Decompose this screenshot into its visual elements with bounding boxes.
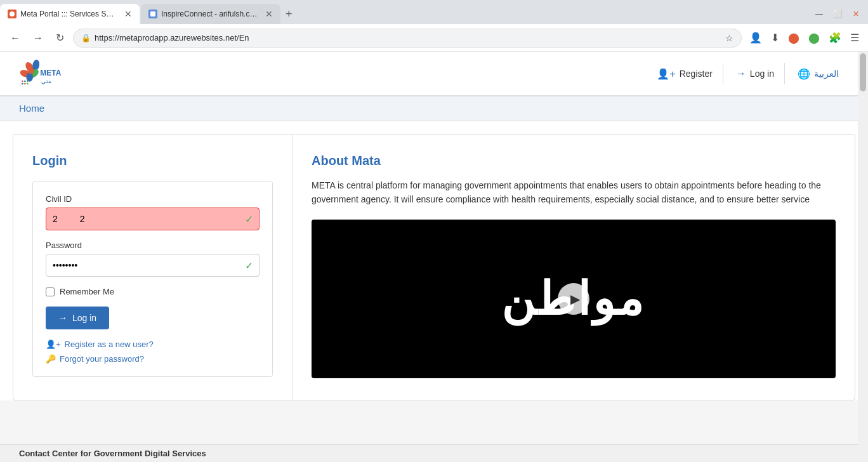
new-tab-button[interactable]: + — [280, 8, 298, 21]
main-card: Login Civil ID ✓ Password ✓ — [13, 134, 855, 400]
login-links: 👤+ Register as a new user? 🔑 Forgot your… — [46, 340, 260, 364]
tab-1-close[interactable]: ✕ — [124, 9, 132, 19]
tab-2-favicon — [148, 10, 157, 18]
footer-strip: Contact Center for Government Digital Se… — [0, 444, 868, 462]
register-button[interactable]: 👤+ Register — [647, 63, 723, 85]
svg-text:META: META — [40, 69, 61, 77]
website-page: META متي 👤+ Register → Log in 🌐 العربية … — [0, 52, 868, 400]
meta-logo: META متي — [19, 58, 70, 89]
tab-bar: Meta Portal ::: Services Search ✕ Inspir… — [0, 0, 868, 24]
register-icon: 👤+ — [657, 68, 675, 80]
key-icon: 🔑 — [46, 354, 56, 364]
civil-id-group: Civil ID ✓ — [46, 194, 260, 230]
scrollbar-thumb[interactable] — [860, 53, 866, 91]
login-title: Login — [32, 154, 273, 168]
login-box: Civil ID ✓ Password ✓ — [32, 181, 273, 377]
register-link[interactable]: 👤+ Register as a new user? — [46, 340, 260, 349]
about-description: META is central platform for managing go… — [312, 178, 836, 207]
opera-icon[interactable]: ⬤ — [786, 29, 802, 46]
breadcrumb: Home — [0, 96, 868, 121]
forgot-password-link[interactable]: 🔑 Forgot your password? — [46, 354, 260, 364]
tab-1-active[interactable]: Meta Portal ::: Services Search ✕ — [0, 4, 140, 24]
register-label: Register — [680, 69, 713, 79]
refresh-button[interactable]: ↻ — [52, 29, 68, 46]
about-title: About Mata — [312, 154, 836, 168]
browser-controls: ← → ↻ 🔒 https://metaprodapp.azurewebsite… — [0, 24, 868, 52]
scrollbar[interactable] — [858, 52, 868, 462]
about-section: About Mata META is central platform for … — [293, 135, 855, 400]
svg-point-13 — [27, 83, 29, 85]
logo-area: META متي — [19, 58, 70, 89]
globe-icon: 🌐 — [798, 68, 810, 80]
civil-id-input-wrap: ✓ — [46, 208, 260, 230]
login-button[interactable]: → Log in — [726, 63, 785, 84]
login-btn-icon: → — [58, 313, 67, 323]
password-label: Password — [46, 241, 260, 250]
arabic-label: العربية — [814, 69, 839, 79]
remember-me-checkbox[interactable] — [46, 287, 55, 296]
menu-button[interactable]: ☰ — [848, 29, 862, 46]
login-submit-button[interactable]: → Log in — [46, 307, 109, 329]
extensions-button[interactable]: 🧩 — [826, 29, 844, 46]
svg-point-0 — [10, 11, 15, 16]
password-group: Password ✓ — [46, 241, 260, 277]
tab-2-title: InspireConnect - arifulsh.com — [161, 10, 259, 18]
login-btn-label: Log in — [72, 313, 96, 323]
register-link-icon: 👤+ — [46, 340, 61, 349]
address-url: https://metaprodapp.azurewebsites.net/En — [95, 33, 721, 43]
login-section: Login Civil ID ✓ Password ✓ — [13, 135, 293, 400]
header-nav: 👤+ Register → Log in 🌐 العربية — [647, 63, 849, 85]
civil-id-label: Civil ID — [46, 194, 260, 204]
arabic-button[interactable]: 🌐 العربية — [787, 63, 849, 85]
download-button[interactable]: ⬇ — [768, 29, 782, 46]
civil-id-input[interactable] — [46, 208, 260, 230]
svg-point-8 — [22, 81, 23, 82]
svg-point-7 — [27, 68, 34, 75]
vpn-icon[interactable]: ⬤ — [806, 29, 822, 46]
tab-2-inactive[interactable]: InspireConnect - arifulsh.com ✕ — [141, 4, 280, 24]
tab-1-title: Meta Portal ::: Services Search — [20, 10, 118, 18]
window-close[interactable]: ✕ — [849, 7, 863, 21]
play-button[interactable]: ▶ — [558, 283, 589, 315]
bookmark-icon[interactable]: ☆ — [725, 33, 733, 43]
footer-contact-center: Contact Center for Government Digital Se… — [19, 449, 206, 458]
remember-me-row: Remember Me — [46, 287, 260, 296]
address-bar[interactable]: 🔒 https://metaprodapp.azurewebsites.net/… — [73, 29, 742, 48]
remember-me-label: Remember Me — [60, 287, 114, 296]
forgot-link-label: Forgot your password? — [60, 354, 144, 364]
site-header: META متي 👤+ Register → Log in 🌐 العربية — [0, 52, 868, 96]
password-input-wrap: ✓ — [46, 254, 260, 277]
breadcrumb-home[interactable]: Home — [19, 103, 44, 114]
back-button[interactable]: ← — [6, 30, 24, 46]
login-icon: → — [736, 68, 746, 79]
password-check-icon: ✓ — [245, 260, 253, 272]
browser-actions: 👤 ⬇ ⬤ ⬤ 🧩 ☰ — [747, 29, 862, 46]
browser-chrome: Meta Portal ::: Services Search ✕ Inspir… — [0, 0, 868, 52]
register-link-label: Register as a new user? — [65, 340, 154, 349]
lock-icon: 🔒 — [81, 34, 91, 43]
svg-point-9 — [24, 81, 26, 82]
tab-1-favicon — [8, 10, 16, 18]
svg-point-10 — [27, 81, 29, 82]
video-player[interactable]: مواطن ▶ — [312, 220, 836, 378]
login-label: Log in — [750, 69, 774, 79]
tab-2-close[interactable]: ✕ — [265, 9, 273, 19]
profile-button[interactable]: 👤 — [747, 29, 765, 46]
window-maximize[interactable]: ⬜ — [829, 7, 846, 21]
play-icon: ▶ — [570, 291, 580, 307]
svg-text:متي: متي — [41, 78, 51, 84]
svg-point-12 — [24, 83, 26, 85]
forward-button[interactable]: → — [29, 30, 47, 46]
svg-point-11 — [22, 83, 23, 85]
window-minimize[interactable]: — — [812, 7, 827, 21]
svg-rect-1 — [150, 11, 155, 16]
civil-id-check-icon: ✓ — [245, 213, 253, 225]
password-input[interactable] — [46, 254, 260, 277]
